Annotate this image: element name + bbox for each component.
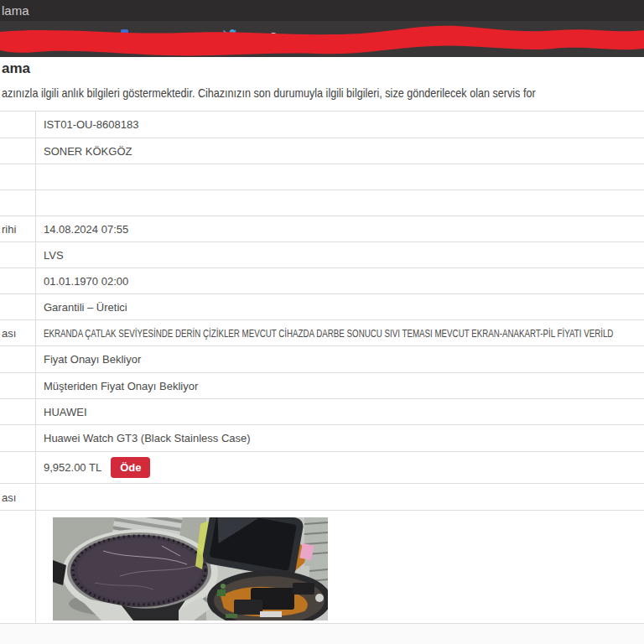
table-row: LVS [0,242,644,268]
nav-item-fragment[interactable]: Radyo [493,34,520,44]
table-row [0,190,644,216]
row-value: HUAWEI [44,406,87,418]
nav-item-fragment[interactable]: W [29,29,38,39]
content-area: ama azınızla ilgili anlık bilgileri göst… [0,60,644,644]
info-table: IST01-OU-8608183 SONER KÖKGÖZ rihi 14.08… [0,111,644,624]
table-row: Fiyat Onayı Bekliyor [0,346,644,373]
row-value: EKRANDA ÇATLAK SEVİYESİNDE DERİN ÇİZİKLE… [44,327,613,340]
row-value: SONER KÖKGÖZ [44,145,132,158]
nav-item-fragment[interactable]: Pasa. S [242,31,277,43]
table-row: ası [0,484,644,511]
row-label: rihi [2,223,16,236]
row-value: Garantili – Üretici [44,301,127,314]
intro-text: azınızla ilgili anlık bilgileri gösterme… [2,86,644,101]
table-row: 01.01.1970 02:00 [0,268,644,294]
nav-item-fragment[interactable]: Tk [1,30,11,40]
table-row: HUAWEI [0,399,644,425]
table-row [0,511,644,624]
table-row: SONER KÖKGÖZ [0,138,644,164]
table-row [0,164,644,190]
redaction-scribble [0,21,644,57]
table-row: Garantili – Üretici [0,294,644,320]
table-row: 9,952.00 TL Öde [0,452,644,484]
row-value: Müşteriden Fiyat Onayı Bekliyor [44,380,198,392]
row-value: IST01-OU-8608183 [44,118,138,131]
next-section-strip [0,624,644,644]
twitter-icon[interactable] [222,29,236,44]
row-label: ası [2,491,16,503]
social-icon[interactable] [121,29,128,37]
table-row: IST01-OU-8608183 [0,112,644,138]
page-heading: ama [2,60,644,77]
table-row: ası EKRANDA ÇATLAK SEVİYESİNDE DERİN ÇİZ… [0,320,644,346]
navbar: Tk W Pasa. S Radyo [0,21,644,57]
table-row: Huawei Watch GT3 (Black Stainless Case) [0,425,644,452]
table-row: Müşteriden Fiyat Onayı Bekliyor [0,373,644,399]
row-label: ası [2,327,16,340]
table-row: rihi 14.08.2024 07:55 [0,216,644,242]
row-value: LVS [44,249,64,262]
row-value: 01.01.1970 02:00 [44,275,128,288]
row-value: 9,952.00 TL [44,461,101,474]
row-value: Huawei Watch GT3 (Black Stainless Case) [44,432,251,444]
topbar: lama [0,0,644,21]
topbar-title: lama [2,3,29,18]
pay-button[interactable]: Öde [111,457,150,478]
row-value: 14.08.2024 07:55 [44,223,128,236]
row-value: Fiyat Onayı Bekliyor [44,353,141,366]
device-photo[interactable] [53,517,328,621]
